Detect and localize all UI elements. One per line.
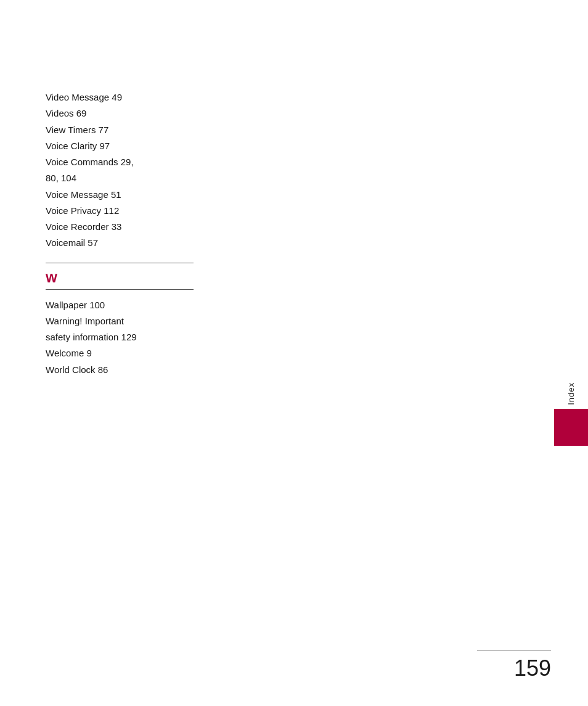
entry-world-clock: World Clock 86 bbox=[46, 362, 243, 378]
section-w-letter: W bbox=[46, 269, 243, 287]
entry-videos: Videos 69 bbox=[46, 105, 243, 121]
sidebar-color-block bbox=[554, 409, 588, 446]
entry-voice-clarity: Voice Clarity 97 bbox=[46, 138, 243, 154]
entry-voice-message: Voice Message 51 bbox=[46, 187, 243, 203]
page-number: 159 bbox=[514, 655, 551, 681]
entry-view-timers: View Timers 77 bbox=[46, 122, 243, 138]
entry-video-message: Video Message 49 bbox=[46, 89, 243, 105]
w-section-entries: Wallpaper 100 Warning! Important safety … bbox=[46, 297, 243, 378]
entry-voice-recorder: Voice Recorder 33 bbox=[46, 219, 243, 235]
entry-voice-commands-2: 80, 104 bbox=[46, 170, 243, 186]
index-content: Video Message 49 Videos 69 View Timers 7… bbox=[46, 89, 243, 378]
entry-warning-2: safety information 129 bbox=[46, 329, 243, 345]
entry-voice-commands-1: Voice Commands 29, bbox=[46, 154, 243, 170]
page-number-line bbox=[477, 650, 551, 651]
sidebar-tab: Index bbox=[554, 382, 588, 446]
page-number-area: 159 bbox=[477, 650, 551, 681]
section-w-divider-top bbox=[46, 263, 194, 263]
entry-welcome: Welcome 9 bbox=[46, 345, 243, 361]
entry-voice-privacy: Voice Privacy 112 bbox=[46, 203, 243, 219]
v-section-entries: Video Message 49 Videos 69 View Timers 7… bbox=[46, 89, 243, 252]
entry-warning-1: Warning! Important bbox=[46, 313, 243, 329]
section-w-underline bbox=[46, 289, 194, 290]
sidebar-label: Index bbox=[566, 382, 576, 405]
entry-wallpaper: Wallpaper 100 bbox=[46, 297, 243, 313]
entry-voicemail: Voicemail 57 bbox=[46, 235, 243, 251]
